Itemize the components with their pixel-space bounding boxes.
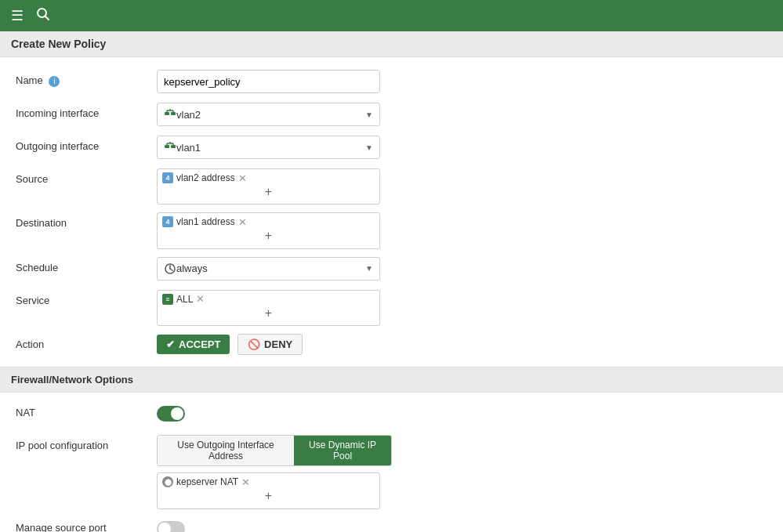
svg-rect-9 bbox=[171, 145, 176, 148]
pool-tag-close[interactable]: ✕ bbox=[241, 477, 250, 487]
topbar: ☰ bbox=[0, 0, 783, 31]
name-row: Name i bbox=[16, 70, 767, 95]
manage-source-control bbox=[157, 517, 392, 532]
incoming-interface-chevron: ▼ bbox=[365, 110, 373, 119]
nat-toggle[interactable] bbox=[157, 406, 185, 422]
outgoing-interface-control: vlan1 ▼ bbox=[157, 136, 392, 159]
destination-tag-icon: 4 bbox=[162, 216, 173, 227]
main-form: Name i Incoming interface vlan2 ▼ bbox=[0, 57, 783, 532]
deny-button[interactable]: 🚫 DENY bbox=[237, 334, 303, 355]
action-label: Action bbox=[16, 334, 157, 350]
service-tag-close[interactable]: ✕ bbox=[196, 294, 205, 304]
firewall-section-header: Firewall/Network Options bbox=[0, 367, 783, 393]
service-add-btn[interactable]: + bbox=[162, 305, 375, 322]
ip-pool-row: IP pool configuration Use Outgoing Inter… bbox=[16, 435, 767, 508]
svg-line-16 bbox=[170, 269, 172, 270]
incoming-interface-select[interactable]: vlan2 ▼ bbox=[157, 103, 380, 126]
service-control: ≡ ALL ✕ + bbox=[157, 290, 392, 326]
nat-label: NAT bbox=[16, 402, 157, 418]
pool-btn-group: Use Outgoing Interface Address Use Dynam… bbox=[157, 435, 392, 466]
outgoing-interface-select[interactable]: vlan1 ▼ bbox=[157, 136, 380, 159]
source-tag-close[interactable]: ✕ bbox=[238, 173, 247, 183]
pool-tag-icon: ⬤ bbox=[162, 476, 173, 487]
pool-tag-box: ⬤ kepserver NAT ✕ + bbox=[157, 472, 380, 508]
service-row: Service ≡ ALL ✕ + bbox=[16, 290, 767, 326]
outgoing-interface-value: vlan1 bbox=[176, 142, 365, 154]
schedule-icon bbox=[164, 262, 176, 275]
destination-tag: 4 vlan1 address ✕ bbox=[162, 216, 247, 227]
schedule-row: Schedule always ▼ bbox=[16, 257, 767, 282]
incoming-interface-row: Incoming interface vlan2 ▼ bbox=[16, 103, 767, 128]
destination-add-btn[interactable]: + bbox=[162, 227, 375, 244]
pool-tag: ⬤ kepserver NAT ✕ bbox=[162, 476, 250, 487]
deny-icon: 🚫 bbox=[248, 338, 260, 350]
incoming-interface-control: vlan2 ▼ bbox=[157, 103, 392, 126]
destination-tag-box: 4 vlan1 address ✕ + bbox=[157, 212, 380, 248]
svg-rect-3 bbox=[171, 112, 176, 115]
menu-icon[interactable]: ☰ bbox=[11, 7, 24, 24]
name-input[interactable] bbox=[157, 70, 380, 93]
outgoing-interface-chevron: ▼ bbox=[365, 143, 373, 152]
schedule-chevron: ▼ bbox=[365, 264, 373, 273]
incoming-interface-label: Incoming interface bbox=[16, 103, 157, 119]
manage-source-row: Manage source port bbox=[16, 517, 767, 532]
service-label: Service bbox=[16, 290, 157, 306]
source-label: Source bbox=[16, 168, 157, 185]
destination-row: Destination 4 vlan1 address ✕ + bbox=[16, 212, 767, 248]
source-row: Source 4 vlan2 address ✕ + bbox=[16, 168, 767, 204]
manage-source-label: Manage source port bbox=[16, 517, 157, 532]
use-dynamic-btn[interactable]: Use Dynamic IP Pool bbox=[294, 436, 391, 465]
accept-checkmark: ✔ bbox=[166, 338, 175, 350]
svg-rect-2 bbox=[165, 112, 169, 115]
schedule-label: Schedule bbox=[16, 257, 157, 273]
accept-button[interactable]: ✔ ACCEPT bbox=[157, 335, 230, 354]
pool-add-btn[interactable]: + bbox=[162, 487, 375, 505]
schedule-value: always bbox=[176, 262, 365, 274]
search-icon[interactable] bbox=[36, 7, 50, 25]
service-tag-box: ≡ ALL ✕ + bbox=[157, 290, 380, 326]
manage-source-toggle[interactable] bbox=[157, 521, 185, 532]
nat-row: NAT bbox=[16, 402, 767, 427]
svg-line-1 bbox=[45, 16, 49, 20]
outgoing-interface-row: Outgoing interface vlan1 ▼ bbox=[16, 136, 767, 161]
outgoing-interface-label: Outgoing interface bbox=[16, 136, 157, 152]
schedule-control: always ▼ bbox=[157, 257, 392, 280]
ip-pool-control: Use Outgoing Interface Address Use Dynam… bbox=[157, 435, 392, 508]
nat-control bbox=[157, 402, 392, 422]
action-control: ✔ ACCEPT 🚫 DENY bbox=[157, 334, 392, 355]
source-add-btn[interactable]: + bbox=[162, 183, 375, 201]
destination-tag-close[interactable]: ✕ bbox=[238, 217, 247, 227]
source-tag-icon: 4 bbox=[162, 172, 173, 183]
source-tag: 4 vlan2 address ✕ bbox=[162, 172, 247, 183]
schedule-select[interactable]: always ▼ bbox=[157, 257, 380, 280]
use-outgoing-btn[interactable]: Use Outgoing Interface Address bbox=[158, 436, 294, 465]
ip-pool-label: IP pool configuration bbox=[16, 435, 157, 451]
vlan1-icon bbox=[164, 141, 176, 154]
name-info-icon[interactable]: i bbox=[49, 76, 60, 87]
svg-rect-8 bbox=[165, 145, 169, 148]
action-row: Action ✔ ACCEPT 🚫 DENY bbox=[16, 334, 767, 359]
destination-control: 4 vlan1 address ✕ + bbox=[157, 212, 392, 248]
source-tag-box: 4 vlan2 address ✕ + bbox=[157, 168, 380, 204]
name-control bbox=[157, 70, 392, 93]
incoming-interface-value: vlan2 bbox=[176, 109, 365, 121]
vlan2-icon bbox=[164, 108, 176, 121]
service-tag-icon: ≡ bbox=[162, 294, 173, 305]
name-label: Name i bbox=[16, 70, 157, 87]
page-title: Create New Policy bbox=[0, 31, 783, 57]
source-control: 4 vlan2 address ✕ + bbox=[157, 168, 392, 204]
service-tag: ≡ ALL ✕ bbox=[162, 294, 205, 305]
destination-label: Destination bbox=[16, 212, 157, 229]
